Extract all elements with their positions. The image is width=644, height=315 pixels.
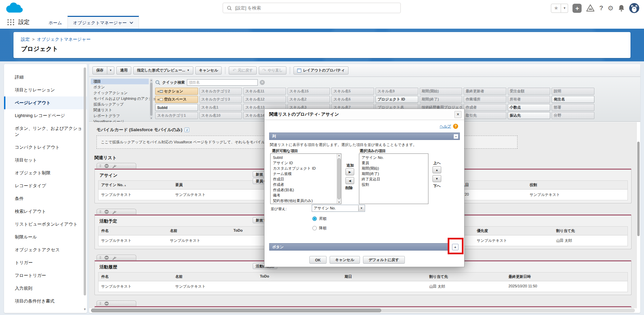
wrench-icon[interactable] — [112, 256, 116, 260]
palette-category[interactable]: レポートグラフ — [91, 113, 149, 119]
sidebar-item[interactable]: 検索レイアウト — [4, 205, 87, 218]
wrench-icon[interactable] — [112, 210, 116, 214]
sidebar-item[interactable]: 項目セット — [4, 154, 87, 167]
horizontal-scrollbar-thumb[interactable] — [91, 309, 381, 312]
notifications-bell-icon[interactable] — [618, 4, 625, 12]
info-icon[interactable]: i — [185, 127, 189, 132]
palette-field-chip[interactable]: 作業場所 — [464, 96, 506, 103]
list-item[interactable]: カスタムオブジェクト ID — [271, 166, 336, 171]
palette-field-chip[interactable]: スキルカテゴリ3 — [199, 96, 242, 103]
palette-category[interactable]: ボタン — [91, 84, 149, 90]
help-icon[interactable]: ? — [599, 4, 603, 12]
palette-category[interactable]: モバイルおよび Lightning のアクション — [91, 96, 149, 102]
buttons-section-header[interactable]: ボタン — [269, 243, 449, 251]
palette-field-chip[interactable]: 所有者 — [508, 96, 551, 103]
revert-default-button[interactable]: デフォルトに戻す — [363, 256, 405, 264]
palette-field-chip[interactable]: スキル名1 — [199, 104, 242, 111]
favorites-star-icon[interactable]: ★ — [551, 4, 561, 13]
palette-field-chip[interactable]: 部署 — [552, 104, 594, 111]
redo-button[interactable]: ↷やり直し — [259, 66, 287, 75]
palette-category[interactable]: 関連リスト — [91, 107, 149, 113]
sidebar-item[interactable]: レコードタイプ — [4, 179, 87, 192]
list-item[interactable]: 期間(終了) — [359, 171, 428, 176]
layout-properties-button[interactable]: レイアウトのプロパティ — [293, 66, 348, 75]
remove-list-icon[interactable] — [105, 164, 109, 168]
cancel-dialog-button[interactable]: キャンセル — [330, 256, 360, 264]
palette-field-chip[interactable]: スキル名10 — [199, 112, 242, 119]
sort-field-select[interactable]: アサイン No. ▼ — [312, 205, 365, 212]
list-item[interactable]: アサイン No. — [359, 155, 428, 160]
palette-field-chip[interactable]: 小数点 — [508, 104, 551, 111]
palette-field-chip[interactable]: 空白スペース — [155, 96, 198, 103]
move-down-button[interactable]: ▼ — [432, 175, 441, 182]
list-item[interactable]: 作成者 — [271, 182, 336, 187]
nav-tab[interactable]: ホーム — [43, 16, 67, 29]
apply-button[interactable]: 適用 — [116, 66, 131, 75]
quick-find-clear-icon[interactable]: ✕ — [260, 80, 265, 85]
remove-field-button[interactable]: ◀ — [345, 177, 354, 184]
list-item[interactable]: 要員 — [359, 160, 428, 166]
wrench-icon[interactable] — [112, 164, 116, 168]
remove-list-icon[interactable] — [105, 210, 109, 214]
app-launcher-icon[interactable] — [7, 18, 15, 26]
sidebar-item[interactable]: トリガー — [4, 256, 87, 269]
sidebar-item[interactable]: 項目とリレーション — [4, 84, 87, 96]
remove-list-icon[interactable] — [105, 302, 109, 306]
expand-buttons-section-icon[interactable] — [452, 244, 458, 250]
collapse-section-icon[interactable] — [453, 134, 458, 139]
favorites-dropdown-icon[interactable]: ▼ — [561, 4, 568, 13]
add-field-button[interactable]: ▶ — [345, 168, 354, 175]
palette-field-chip[interactable]: スキル名9 — [375, 88, 418, 95]
sidebar-item[interactable]: フロートリガー — [4, 269, 87, 282]
related-list-drag-handle[interactable] — [96, 255, 136, 260]
breadcrumb-link-setup[interactable]: 設定 — [21, 37, 30, 42]
list-item[interactable]: SubId — [271, 155, 336, 160]
quick-find-input[interactable] — [187, 79, 258, 86]
scroll-up-icon[interactable]: ▲ — [337, 154, 341, 156]
setup-gear-icon[interactable]: ⚙ — [608, 4, 614, 12]
scroll-up-icon[interactable]: ▲ — [150, 79, 153, 81]
sidebar-item[interactable]: Lightning レコードページ — [4, 109, 87, 122]
palette-field-chip[interactable]: SubId — [155, 104, 198, 111]
global-search-input[interactable] — [235, 5, 396, 10]
sidebar-item[interactable]: 詳細 — [4, 71, 87, 84]
palette-field-chip[interactable]: 説明 — [552, 88, 594, 95]
list-item[interactable]: チーム規模 — [271, 171, 336, 176]
sidebar-item[interactable]: コンパクトレイアウト — [4, 141, 87, 154]
sidebar-item[interactable]: 条件 — [4, 192, 87, 205]
save-button[interactable]: 保存 — [92, 66, 107, 75]
palette-category[interactable]: 拡張ルックアップ — [91, 102, 149, 107]
breadcrumb-link-object-manager[interactable]: オブジェクトマネージャー — [37, 37, 91, 42]
listbox-scrollbar[interactable]: ▲ ▼ — [337, 154, 341, 204]
palette-field-chip[interactable]: 受注金額 — [508, 88, 551, 95]
help-link[interactable]: ヘルプ — [440, 124, 451, 129]
palette-field-chip[interactable]: 発注名 — [552, 96, 594, 103]
global-search[interactable] — [223, 3, 401, 13]
palette-field-chip[interactable]: セクション — [155, 88, 198, 95]
sidebar-item[interactable]: 入力規則 — [4, 282, 87, 295]
palette-category[interactable]: クイックアクション — [91, 90, 149, 96]
vertical-scrollbar-thumb[interactable] — [637, 142, 640, 236]
close-icon[interactable] — [454, 111, 461, 118]
sidebar-item[interactable]: ボタン、リンク、およびアクション — [4, 122, 87, 141]
selected-fields-listbox[interactable]: アサイン No.要員期間(開始)期間(終了)終了見込日役割 — [359, 153, 428, 204]
palette-field-chip[interactable]: 振込先 — [508, 112, 551, 119]
list-item[interactable]: 終了見込日 — [359, 176, 428, 182]
help-question-icon[interactable]: ? — [453, 124, 458, 129]
list-item[interactable]: 期間(開始) — [359, 166, 428, 171]
palette-field-chip[interactable]: スキルカテゴリ2 — [199, 88, 242, 95]
list-item[interactable]: 役割 — [359, 182, 428, 187]
sidebar-scrollbar[interactable] — [83, 67, 86, 305]
palette-category-scrollbar[interactable]: ▲ ▼ — [150, 79, 153, 120]
related-list-drag-handle[interactable] — [96, 300, 136, 306]
palette-field-chip[interactable]: 期間(終了) — [420, 96, 463, 103]
palette-field-chip[interactable]: 取引先 — [464, 112, 506, 119]
list-item[interactable]: 作成日 — [271, 176, 336, 182]
list-item[interactable]: 備考 — [271, 193, 336, 198]
palette-field-chip[interactable]: スキル名11 — [243, 88, 286, 95]
related-list-drag-handle[interactable] — [96, 209, 136, 214]
descending-radio[interactable] — [312, 226, 317, 230]
ascending-radio[interactable] — [312, 217, 317, 221]
list-item[interactable]: 契約形態(他社要員のみ) — [271, 198, 336, 203]
ok-button[interactable]: OK — [309, 256, 327, 264]
